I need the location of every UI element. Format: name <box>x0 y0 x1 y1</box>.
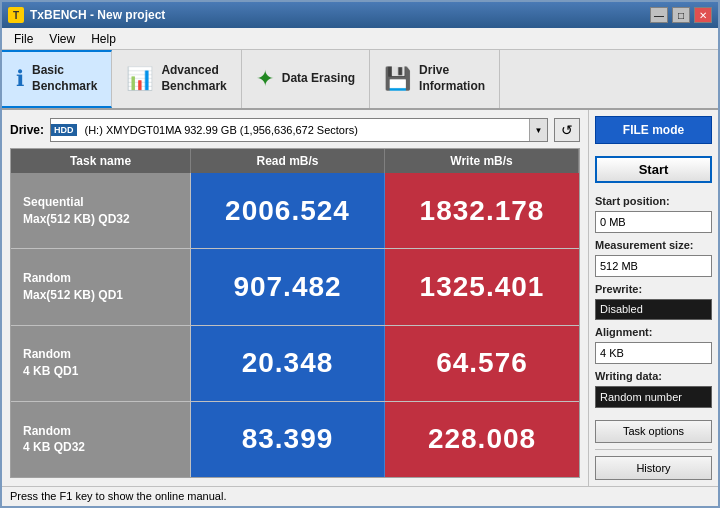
title-bar: T TxBENCH - New project — □ ✕ <box>2 2 718 28</box>
header-write: Write mB/s <box>385 149 579 173</box>
app-icon: T <box>8 7 24 23</box>
toolbar-advanced-benchmark[interactable]: 📊 AdvancedBenchmark <box>112 50 241 108</box>
drive-select-inner: HDD (H:) XMYDGT01MA 932.99 GB (1,956,636… <box>51 124 529 136</box>
start-button[interactable]: Start <box>595 156 712 184</box>
drive-information-icon: 💾 <box>384 66 411 92</box>
title-bar-left: T TxBENCH - New project <box>8 7 165 23</box>
drive-select[interactable]: HDD (H:) XMYDGT01MA 932.99 GB (1,956,636… <box>50 118 548 142</box>
table-row: Random4 KB QD1 20.348 64.576 <box>11 326 579 402</box>
drive-refresh-button[interactable]: ↺ <box>554 118 580 142</box>
start-position-label: Start position: <box>595 195 712 207</box>
data-erasing-icon: ✦ <box>256 66 274 92</box>
file-mode-button[interactable]: FILE mode <box>595 116 712 144</box>
drive-value: (H:) XMYDGT01MA 932.99 GB (1,956,636,672… <box>81 124 529 136</box>
row1-name: SequentialMax(512 KB) QD32 <box>11 173 191 248</box>
table-row: Random4 KB QD32 83.399 228.008 <box>11 402 579 477</box>
right-panel: FILE mode Start Start position: 0 MB Mea… <box>588 110 718 486</box>
basic-benchmark-label: BasicBenchmark <box>32 63 97 94</box>
row4-read: 83.399 <box>191 402 385 477</box>
task-options-button[interactable]: Task options <box>595 420 712 444</box>
window-title: TxBENCH - New project <box>30 8 165 22</box>
advanced-benchmark-label: AdvancedBenchmark <box>161 63 226 94</box>
row1-write: 1832.178 <box>385 173 579 248</box>
minimize-button[interactable]: — <box>650 7 668 23</box>
status-text: Press the F1 key to show the online manu… <box>10 490 226 502</box>
menu-help[interactable]: Help <box>83 30 124 48</box>
close-button[interactable]: ✕ <box>694 7 712 23</box>
table-header: Task name Read mB/s Write mB/s <box>11 149 579 173</box>
drive-information-label: DriveInformation <box>419 63 485 94</box>
measurement-size-field[interactable]: 512 MB <box>595 255 712 277</box>
row3-name: Random4 KB QD1 <box>11 326 191 401</box>
table-rows: SequentialMax(512 KB) QD32 2006.524 1832… <box>11 173 579 477</box>
toolbar: ℹ BasicBenchmark 📊 AdvancedBenchmark ✦ D… <box>2 50 718 110</box>
drive-type-icon: HDD <box>51 124 77 136</box>
toolbar-drive-information[interactable]: 💾 DriveInformation <box>370 50 500 108</box>
table-row: SequentialMax(512 KB) QD32 2006.524 1832… <box>11 173 579 249</box>
header-read: Read mB/s <box>191 149 385 173</box>
basic-benchmark-icon: ℹ <box>16 66 24 92</box>
menu-view[interactable]: View <box>41 30 83 48</box>
row2-read: 907.482 <box>191 249 385 324</box>
toolbar-basic-benchmark[interactable]: ℹ BasicBenchmark <box>2 50 112 108</box>
history-button[interactable]: History <box>595 456 712 480</box>
drive-label: Drive: <box>10 123 44 137</box>
prewrite-field[interactable]: Disabled <box>595 299 712 321</box>
content-area: Drive: HDD (H:) XMYDGT01MA 932.99 GB (1,… <box>2 110 718 486</box>
main-window: T TxBENCH - New project — □ ✕ File View … <box>0 0 720 508</box>
writing-data-field[interactable]: Random number <box>595 386 712 408</box>
prewrite-label: Prewrite: <box>595 283 712 295</box>
maximize-button[interactable]: □ <box>672 7 690 23</box>
row4-name: Random4 KB QD32 <box>11 402 191 477</box>
main-panel: Drive: HDD (H:) XMYDGT01MA 932.99 GB (1,… <box>2 110 588 486</box>
drive-row: Drive: HDD (H:) XMYDGT01MA 932.99 GB (1,… <box>10 118 580 142</box>
row3-read: 20.348 <box>191 326 385 401</box>
start-position-field[interactable]: 0 MB <box>595 211 712 233</box>
status-bar: Press the F1 key to show the online manu… <box>2 486 718 506</box>
alignment-field[interactable]: 4 KB <box>595 342 712 364</box>
table-row: RandomMax(512 KB) QD1 907.482 1325.401 <box>11 249 579 325</box>
row2-write: 1325.401 <box>385 249 579 324</box>
alignment-label: Alignment: <box>595 326 712 338</box>
data-erasing-label: Data Erasing <box>282 71 355 87</box>
row2-name: RandomMax(512 KB) QD1 <box>11 249 191 324</box>
header-task-name: Task name <box>11 149 191 173</box>
toolbar-data-erasing[interactable]: ✦ Data Erasing <box>242 50 370 108</box>
benchmark-table: Task name Read mB/s Write mB/s Sequentia… <box>10 148 580 478</box>
writing-data-label: Writing data: <box>595 370 712 382</box>
title-controls: — □ ✕ <box>650 7 712 23</box>
menu-file[interactable]: File <box>6 30 41 48</box>
menu-bar: File View Help <box>2 28 718 50</box>
row1-read: 2006.524 <box>191 173 385 248</box>
row4-write: 228.008 <box>385 402 579 477</box>
row3-write: 64.576 <box>385 326 579 401</box>
measurement-size-label: Measurement size: <box>595 239 712 251</box>
advanced-benchmark-icon: 📊 <box>126 66 153 92</box>
divider <box>595 449 712 450</box>
drive-dropdown-arrow[interactable]: ▼ <box>529 119 547 141</box>
